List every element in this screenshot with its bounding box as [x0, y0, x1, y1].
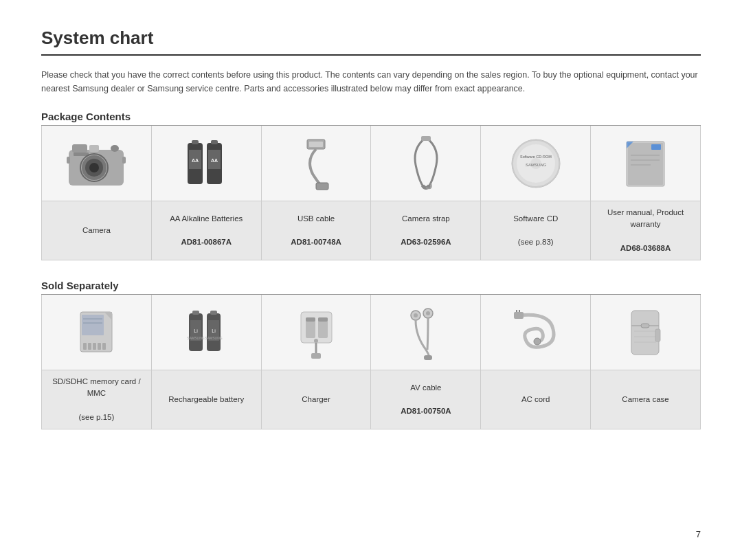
svg-rect-32: [651, 144, 661, 150]
svg-text:Li: Li: [194, 328, 199, 333]
svg-rect-59: [306, 317, 315, 322]
charger-label: Charger: [262, 370, 371, 429]
svg-rect-39: [82, 315, 104, 335]
svg-rect-43: [88, 343, 91, 350]
software-cd-label: Software CD (see p.83): [481, 201, 590, 260]
svg-rect-70: [514, 312, 524, 319]
svg-text:AA: AA: [211, 158, 218, 163]
svg-point-62: [314, 339, 318, 343]
svg-rect-69: [424, 355, 432, 360]
sold-separately-grid: SD/SDHC memory card / MMC (see p.15) Li …: [41, 295, 701, 429]
item-strap: Camera strap AD63-02596A: [371, 126, 481, 260]
user-manual-image: [591, 126, 700, 201]
item-camera-case: Camera case: [591, 295, 700, 429]
item-charger: Charger: [262, 295, 372, 429]
package-contents-heading: Package Contents: [41, 111, 701, 126]
item-camera: Camera: [42, 126, 152, 260]
svg-rect-46: [102, 343, 106, 350]
svg-rect-64: [311, 353, 321, 359]
camera-case-image: [591, 295, 700, 370]
svg-rect-8: [122, 157, 126, 164]
svg-rect-74: [631, 311, 659, 355]
svg-rect-22: [421, 136, 431, 141]
svg-text:SAMSUNG: SAMSUNG: [205, 336, 223, 340]
sold-separately-heading: Sold Separately: [41, 280, 701, 295]
item-av-cable: AV cable AD81-00750A: [371, 295, 481, 429]
strap-label: Camera strap AD63-02596A: [371, 201, 480, 260]
av-cable-image: [371, 295, 480, 370]
software-cd-image: Software CD-ROM SAMSUNG: [481, 126, 590, 201]
ac-cord-image: [481, 295, 590, 370]
charger-image: [262, 295, 371, 370]
item-user-manual: User manual, Product warranty AD68-03688…: [591, 126, 700, 260]
intro-text: Please check that you have the correct c…: [41, 68, 701, 96]
svg-rect-5: [89, 145, 99, 152]
item-software-cd: Software CD-ROM SAMSUNG Software CD (see…: [481, 126, 591, 260]
svg-text:SAMSUNG: SAMSUNG: [526, 163, 547, 167]
item-memory-card: SD/SDHC memory card / MMC (see p.15): [42, 295, 152, 429]
item-ac-cord: AC cord: [481, 295, 591, 429]
memory-card-label: SD/SDHC memory card / MMC (see p.15): [42, 370, 151, 429]
svg-rect-44: [93, 343, 96, 350]
batteries-label: AA Alkaline Batteries AD81-00867A: [152, 201, 261, 260]
svg-rect-21: [316, 183, 328, 190]
svg-point-68: [426, 311, 430, 315]
rechargeable-battery-image: Li Li SAMSUNG SAMSUNG: [152, 295, 261, 370]
svg-point-66: [414, 313, 418, 317]
svg-rect-7: [67, 157, 70, 164]
svg-text:AA: AA: [192, 158, 199, 163]
user-manual-label: User manual, Product warranty AD68-03688…: [591, 201, 700, 260]
svg-rect-16: [211, 140, 218, 144]
strap-image: [371, 126, 480, 201]
svg-rect-61: [318, 317, 328, 322]
svg-text:Li: Li: [212, 328, 216, 333]
item-rechargeable-battery: Li Li SAMSUNG SAMSUNG Rechargeable batte…: [152, 295, 262, 429]
svg-text:SAMSUNG: SAMSUNG: [188, 336, 205, 340]
svg-point-73: [534, 338, 541, 345]
camera-label: Camera: [42, 201, 151, 260]
item-usb-cable: USB cable AD81-00748A: [262, 126, 372, 260]
item-batteries: AA AA AA Alkaline Batteries AD81-00867A: [152, 126, 262, 260]
svg-rect-20: [309, 142, 323, 147]
camera-case-label: Camera case: [591, 370, 700, 429]
av-cable-label: AV cable AD81-00750A: [371, 370, 480, 429]
svg-text:Software CD-ROM: Software CD-ROM: [520, 155, 552, 159]
svg-point-6: [111, 145, 119, 152]
svg-rect-12: [192, 140, 199, 144]
svg-rect-9: [74, 153, 89, 156]
batteries-image: AA AA: [152, 126, 261, 201]
page-title: System chart: [41, 27, 701, 56]
svg-rect-80: [655, 329, 660, 341]
svg-rect-52: [210, 311, 217, 315]
usb-cable-label: USB cable AD81-00748A: [262, 201, 371, 260]
svg-rect-48: [192, 311, 199, 315]
usb-cable-image: [262, 126, 371, 201]
rechargeable-battery-label: Rechargeable battery: [152, 370, 261, 429]
svg-rect-42: [83, 343, 87, 350]
svg-rect-76: [641, 324, 649, 328]
camera-image: [42, 126, 151, 201]
page-number: 7: [696, 529, 701, 539]
package-contents-grid: Camera AA AA AA Alkaline Batteries AD8: [41, 126, 701, 260]
svg-rect-4: [72, 144, 87, 153]
svg-rect-45: [98, 343, 101, 350]
ac-cord-label: AC cord: [481, 370, 590, 429]
memory-card-image: [42, 295, 151, 370]
svg-point-3: [89, 163, 99, 172]
